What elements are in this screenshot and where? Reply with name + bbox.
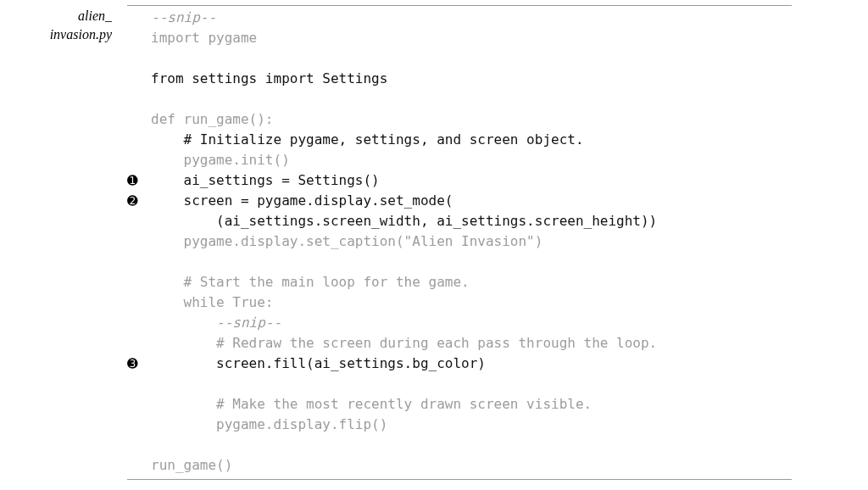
code-line [127, 252, 792, 272]
code-segment [151, 91, 159, 107]
callout-marker [127, 415, 151, 435]
code-segment: # Initialize pygame, settings, and scree… [151, 131, 584, 148]
code-segment: # Make the most recently drawn screen vi… [151, 396, 592, 412]
code-segment [151, 50, 159, 66]
code-text: from settings import Settings [151, 69, 792, 89]
code-text [151, 89, 792, 109]
code-segment: # Start the main loop for the game. [151, 274, 470, 290]
code-segment: ai_settings = Settings() [151, 172, 380, 188]
code-text: --snip-- [151, 313, 792, 333]
code-segment: from settings import Settings [151, 70, 387, 86]
code-line: while True: [127, 292, 792, 313]
code-segment: (ai_settings.screen_width, ai_settings.s… [151, 213, 657, 229]
callout-marker [127, 28, 151, 48]
code-text: # Start the main loop for the game. [151, 272, 792, 292]
code-text: # Redraw the screen during each pass thr… [151, 333, 792, 354]
code-text: (ai_settings.screen_width, ai_settings.s… [151, 211, 792, 231]
callout-marker: ➊ [127, 170, 151, 191]
filename-line1: alien_ [0, 7, 112, 25]
code-line [127, 48, 792, 69]
callout-marker [127, 394, 151, 415]
code-segment [151, 315, 216, 331]
code-text: # Make the most recently drawn screen vi… [151, 394, 792, 415]
code-text: run_game() [151, 455, 792, 476]
code-text: import pygame [151, 28, 792, 48]
code-line: pygame.display.set_caption("Alien Invasi… [127, 231, 792, 252]
code-line [127, 89, 792, 109]
callout-marker [127, 48, 151, 69]
code-text [151, 435, 792, 455]
code-segment: while True: [151, 294, 274, 310]
code-segment: pygame.display.set_caption("Alien Invasi… [151, 233, 542, 249]
code-line [127, 435, 792, 455]
code-segment: --snip-- [216, 315, 281, 331]
callout-marker [127, 89, 151, 109]
code-text: pygame.display.flip() [151, 415, 792, 435]
callout-marker [127, 109, 151, 130]
code-segment: --snip-- [151, 9, 216, 25]
code-segment: import pygame [151, 30, 257, 46]
callout-marker [127, 150, 151, 170]
code-line: import pygame [127, 28, 792, 48]
code-line: # Initialize pygame, settings, and scree… [127, 130, 792, 150]
code-line: run_game() [127, 455, 792, 476]
callout-marker [127, 211, 151, 231]
code-text [151, 374, 792, 394]
callout-marker [127, 231, 151, 252]
code-segment: run_game() [151, 457, 232, 473]
code-text [151, 252, 792, 272]
code-text [151, 48, 792, 69]
callout-marker [127, 333, 151, 354]
code-line: from settings import Settings [127, 69, 792, 89]
code-text: --snip-- [151, 8, 792, 28]
code-text: while True: [151, 292, 792, 313]
code-line: pygame.display.flip() [127, 415, 792, 435]
code-line: def run_game(): [127, 109, 792, 130]
code-line: # Make the most recently drawn screen vi… [127, 394, 792, 415]
code-text: screen.fill(ai_settings.bg_color) [151, 354, 792, 374]
code-line: # Redraw the screen during each pass thr… [127, 333, 792, 354]
code-text: def run_game(): [151, 109, 792, 130]
callout-marker [127, 252, 151, 272]
code-segment: screen.fill(ai_settings.bg_color) [151, 355, 486, 371]
code-segment: pygame.init() [151, 152, 290, 168]
code-line: # Start the main loop for the game. [127, 272, 792, 292]
code-text: pygame.display.set_caption("Alien Invasi… [151, 231, 792, 252]
code-line: ➌ screen.fill(ai_settings.bg_color) [127, 354, 792, 374]
callout-marker [127, 435, 151, 455]
code-line: --snip-- [127, 8, 792, 28]
code-segment: # Redraw the screen during each pass thr… [151, 335, 657, 351]
code-line: (ai_settings.screen_width, ai_settings.s… [127, 211, 792, 231]
code-line: pygame.init() [127, 150, 792, 170]
callout-marker: ➌ [127, 354, 151, 374]
callout-marker [127, 130, 151, 150]
code-block: --snip--import pygame from settings impo… [127, 5, 792, 480]
code-segment: screen = pygame.display.set_mode( [151, 192, 453, 209]
code-listing-page: alien_ invasion.py --snip--import pygame… [0, 0, 868, 480]
code-segment: pygame.display.flip() [151, 416, 387, 432]
code-text: # Initialize pygame, settings, and scree… [151, 130, 792, 150]
callout-marker [127, 313, 151, 333]
code-segment [151, 253, 159, 270]
code-column: --snip--import pygame from settings impo… [127, 5, 868, 480]
code-text: ai_settings = Settings() [151, 170, 792, 191]
code-line: ➊ ai_settings = Settings() [127, 170, 792, 191]
callout-marker: ➋ [127, 191, 151, 211]
callout-marker [127, 374, 151, 394]
code-segment: def run_game(): [151, 111, 274, 127]
callout-marker [127, 292, 151, 313]
code-segment [151, 376, 159, 392]
code-text: screen = pygame.display.set_mode( [151, 191, 792, 211]
code-segment [151, 437, 159, 453]
code-line: ➋ screen = pygame.display.set_mode( [127, 191, 792, 211]
filename-line2: invasion.py [0, 25, 112, 44]
code-line: --snip-- [127, 313, 792, 333]
code-text: pygame.init() [151, 150, 792, 170]
callout-marker [127, 8, 151, 28]
filename-label: alien_ invasion.py [0, 5, 127, 480]
callout-marker [127, 272, 151, 292]
callout-marker [127, 455, 151, 476]
callout-marker [127, 69, 151, 89]
code-line [127, 374, 792, 394]
